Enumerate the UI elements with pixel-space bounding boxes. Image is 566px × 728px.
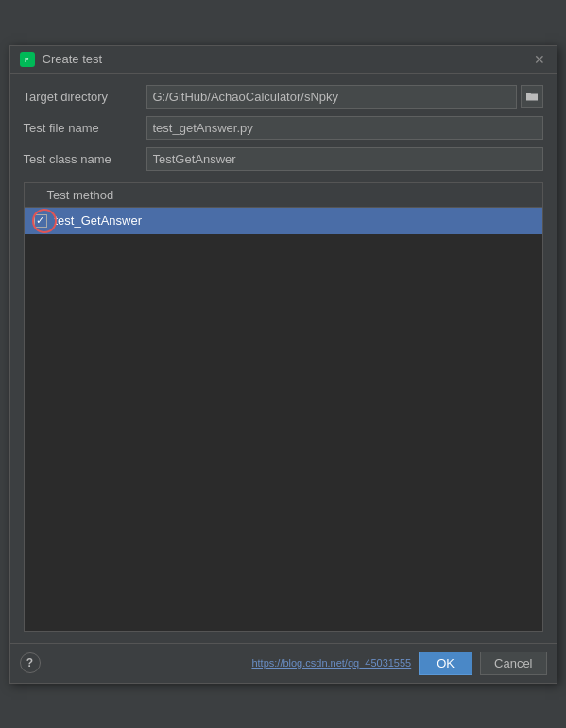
list-item-label: test_GetAnswer: [55, 213, 143, 228]
test-file-name-row: Test file name: [24, 116, 543, 140]
list-item[interactable]: ✓ test_GetAnswer: [25, 208, 542, 234]
footer-right: https://blog.csdn.net/qq_45031555 OK Can…: [251, 652, 546, 675]
browse-folder-button[interactable]: [521, 85, 543, 108]
test-class-name-input[interactable]: [146, 147, 543, 171]
app-icon: P: [20, 52, 35, 67]
close-button[interactable]: ✕: [532, 52, 547, 67]
test-file-name-input[interactable]: [146, 116, 543, 140]
title-bar: P Create test ✕: [10, 46, 557, 74]
dialog-title: Create test: [43, 52, 524, 66]
checkbox-area[interactable]: ✓: [32, 212, 49, 229]
target-directory-row: Target directory: [24, 85, 543, 109]
svg-text:P: P: [25, 57, 29, 63]
dialog-footer: ? https://blog.csdn.net/qq_45031555 OK C…: [10, 643, 557, 683]
test-file-name-input-wrapper: [146, 116, 543, 140]
checkbox-checked-icon: ✓: [34, 214, 47, 228]
target-directory-input[interactable]: [146, 85, 517, 109]
test-methods-list-section: Test method ✓ test_GetAnswer: [24, 182, 543, 632]
ok-button[interactable]: OK: [419, 652, 472, 675]
test-class-name-input-wrapper: [146, 147, 543, 171]
test-file-name-label: Test file name: [24, 121, 137, 135]
test-class-name-row: Test class name: [24, 147, 543, 171]
create-test-dialog: P Create test ✕ Target directory Test fi…: [9, 45, 557, 684]
test-methods-header: Test method: [25, 183, 542, 208]
target-directory-label: Target directory: [24, 90, 137, 104]
cancel-button[interactable]: Cancel: [480, 652, 546, 675]
list-empty-area: [25, 234, 542, 631]
target-directory-input-wrapper: [146, 85, 543, 109]
footer-url[interactable]: https://blog.csdn.net/qq_45031555: [251, 657, 411, 669]
help-button[interactable]: ?: [20, 652, 41, 673]
dialog-body: Target directory Test file name Test cla…: [10, 74, 557, 643]
test-class-name-label: Test class name: [24, 152, 137, 166]
